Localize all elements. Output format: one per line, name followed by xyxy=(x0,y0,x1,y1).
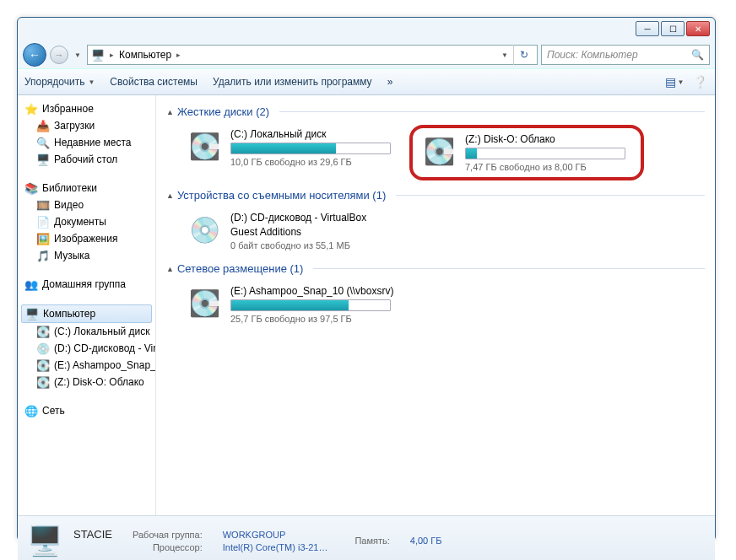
collapse-icon: ▲ xyxy=(166,108,174,116)
drive-icon: 💽 xyxy=(36,375,50,389)
desktop-icon: 🖥️ xyxy=(36,153,50,166)
address-dropdown-icon[interactable]: ▼ xyxy=(501,51,508,59)
capacity-bar xyxy=(230,299,391,311)
sidebar-drive-c[interactable]: 💽(C:) Локальный диск xyxy=(18,323,155,340)
sidebar-drive-z[interactable]: 💽(Z:) Disk-O: Облако xyxy=(18,374,155,390)
system-properties-button[interactable]: Свойства системы xyxy=(110,76,198,88)
cpu-value: Intel(R) Core(TM) i3-21… xyxy=(223,542,328,552)
drive-z[interactable]: 💽 (Z:) Disk-O: Облако 7,47 ГБ свободно и… xyxy=(421,133,632,172)
highlight-annotation: 💽 (Z:) Disk-O: Облако 7,47 ГБ свободно и… xyxy=(409,125,644,180)
address-bar[interactable]: 🖥️ ▸ Компьютер ▸ ▼ ↻ xyxy=(87,45,538,65)
explorer-window: ─ ☐ ✕ ← → ▼ 🖥️ ▸ Компьютер ▸ ▼ ↻ Поиск: … xyxy=(17,17,716,541)
details-pane: 🖥️ STACIE Рабочая группа: WORKGROUP Проц… xyxy=(18,515,715,560)
uninstall-program-button[interactable]: Удалить или изменить программу xyxy=(213,76,372,88)
drive-icon: 💽 xyxy=(36,325,50,338)
breadcrumb-sep-icon[interactable]: ▸ xyxy=(176,51,181,59)
sidebar-homegroup[interactable]: 👥Домашняя группа xyxy=(18,276,155,293)
drive-label: (E:) Ashampoo_Snap_10 (\\vboxsrv) xyxy=(230,285,433,297)
sidebar-favorites[interactable]: ⭐Избранное xyxy=(18,100,155,117)
command-toolbar: Упорядочить ▼ Свойства системы Удалить и… xyxy=(18,68,715,95)
navigation-bar: ← → ▼ 🖥️ ▸ Компьютер ▸ ▼ ↻ Поиск: Компью… xyxy=(18,41,715,68)
minimize-button[interactable]: ─ xyxy=(636,21,659,36)
video-icon: 🎞️ xyxy=(36,198,50,212)
drive-freespace: 7,47 ГБ свободно из 8,00 ГБ xyxy=(465,162,632,172)
back-button[interactable]: ← xyxy=(23,43,46,67)
capacity-bar xyxy=(230,143,391,154)
collapse-icon: ▲ xyxy=(166,191,174,200)
drive-label-line2: Guest Additions xyxy=(230,226,391,238)
cpu-label: Процессор: xyxy=(133,542,203,552)
drive-freespace: 0 байт свободно из 55,1 МБ xyxy=(230,240,391,250)
memory-label: Память: xyxy=(354,536,389,546)
recent-icon: 🔍 xyxy=(36,136,50,149)
search-icon[interactable]: 🔍 xyxy=(691,49,704,61)
sidebar-network[interactable]: 🌐Сеть xyxy=(18,402,155,419)
network-drive-icon: 💽 xyxy=(36,358,50,372)
drive-label: (D:) CD-дисковод - VirtualBox xyxy=(230,212,391,223)
memory-value: 4,00 ГБ xyxy=(410,536,442,546)
sidebar-desktop[interactable]: 🖥️Рабочий стол xyxy=(18,151,155,168)
sidebar-videos[interactable]: 🎞️Видео xyxy=(18,197,155,213)
forward-button: → xyxy=(50,46,68,64)
section-hard-drives[interactable]: ▲ Жесткие диски (2) xyxy=(166,105,705,118)
music-icon: 🎵 xyxy=(36,249,50,262)
pictures-icon: 🖼️ xyxy=(36,232,50,245)
breadcrumb-sep-icon: ▸ xyxy=(110,51,114,59)
search-input[interactable]: Поиск: Компьютер 🔍 xyxy=(541,45,710,65)
view-options-button[interactable]: ▤▼ xyxy=(666,73,683,90)
content-area: ⭐Избранное 📥Загрузки 🔍Недавние места 🖥️Р… xyxy=(18,95,715,515)
drive-label: (Z:) Disk-O: Облако xyxy=(465,133,632,145)
hard-drive-icon: 💽 xyxy=(421,133,457,169)
main-panel: ▲ Жесткие диски (2) 💽 (C:) Локальный дис… xyxy=(156,95,715,515)
titlebar: ─ ☐ ✕ xyxy=(18,18,715,41)
sidebar-libraries[interactable]: 📚Библиотеки xyxy=(18,180,155,197)
section-network[interactable]: ▲ Сетевое размещение (1) xyxy=(166,262,705,275)
workgroup-label: Рабочая группа: xyxy=(133,530,203,540)
address-text: Компьютер xyxy=(119,49,171,61)
sidebar-computer[interactable]: 🖥️Компьютер xyxy=(21,304,152,323)
section-removable[interactable]: ▲ Устройства со съемными носителями (1) xyxy=(166,189,705,202)
network-drive-icon: 💽 xyxy=(187,285,222,320)
sidebar-recent[interactable]: 🔍Недавние места xyxy=(18,134,155,151)
computer-large-icon: 🖥️ xyxy=(26,522,63,559)
downloads-icon: 📥 xyxy=(36,119,50,132)
star-icon: ⭐ xyxy=(24,102,38,116)
drive-c[interactable]: 💽 (C:) Локальный диск 10,0 ГБ свободно и… xyxy=(183,125,394,180)
organize-button[interactable]: Упорядочить ▼ xyxy=(24,76,95,88)
document-icon: 📄 xyxy=(36,215,50,229)
sidebar-downloads[interactable]: 📥Загрузки xyxy=(18,117,155,134)
sidebar-music[interactable]: 🎵Музыка xyxy=(18,247,155,264)
sidebar-drive-e[interactable]: 💽(E:) Ashampoo_Snap_10 xyxy=(18,357,155,374)
computer-name: STACIE xyxy=(73,528,112,541)
capacity-bar xyxy=(465,148,625,159)
help-button[interactable]: ❔ xyxy=(691,73,708,90)
chevron-down-icon: ▼ xyxy=(88,78,95,86)
sidebar-documents[interactable]: 📄Документы xyxy=(18,213,155,230)
drive-label: (C:) Локальный диск xyxy=(230,128,391,140)
workgroup-value: WORKGROUP xyxy=(223,530,328,540)
drive-e[interactable]: 💽 (E:) Ashampoo_Snap_10 (\\vboxsrv) 25,7… xyxy=(183,282,436,327)
sidebar-drive-d[interactable]: 💿(D:) CD-дисковод - VirtualBox xyxy=(18,340,155,357)
libraries-icon: 📚 xyxy=(24,181,38,195)
toolbar-overflow[interactable]: » xyxy=(387,76,393,88)
cd-icon: 💿 xyxy=(36,342,50,355)
drive-freespace: 10,0 ГБ свободно из 29,6 ГБ xyxy=(230,157,391,167)
computer-icon: 🖥️ xyxy=(91,48,105,62)
close-button[interactable]: ✕ xyxy=(686,21,710,36)
homegroup-icon: 👥 xyxy=(24,277,38,291)
sidebar-pictures[interactable]: 🖼️Изображения xyxy=(18,230,155,247)
maximize-button[interactable]: ☐ xyxy=(661,21,685,36)
cd-drive-icon: 💿 xyxy=(187,212,222,247)
navigation-pane: ⭐Избранное 📥Загрузки 🔍Недавние места 🖥️Р… xyxy=(18,95,156,515)
computer-icon: 🖥️ xyxy=(25,307,39,320)
drive-d[interactable]: 💿 (D:) CD-дисковод - VirtualBox Guest Ad… xyxy=(183,208,394,254)
hard-drive-icon: 💽 xyxy=(187,128,222,164)
drive-freespace: 25,7 ГБ свободно из 97,5 ГБ xyxy=(230,314,433,324)
collapse-icon: ▲ xyxy=(166,265,174,273)
nav-history-dropdown[interactable]: ▼ xyxy=(72,46,84,64)
refresh-button[interactable]: ↻ xyxy=(513,45,533,65)
search-placeholder: Поиск: Компьютер xyxy=(547,49,638,61)
network-icon: 🌐 xyxy=(24,404,38,417)
